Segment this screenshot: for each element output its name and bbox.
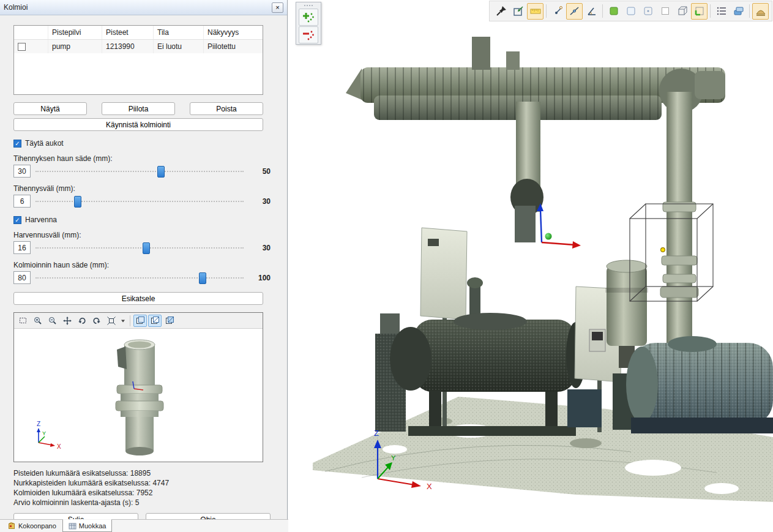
box-thin-icon — [659, 5, 671, 17]
cube-view-button[interactable] — [674, 3, 690, 20]
fill-holes-checkbox[interactable] — [13, 140, 21, 148]
point-cloud-scene[interactable]: Z X Y — [288, 0, 773, 532]
pan-button[interactable] — [61, 315, 74, 327]
thin-label: Harvenna — [25, 215, 57, 224]
snap-angle-button[interactable] — [583, 3, 600, 20]
thin-spacing-value[interactable]: 16 — [13, 241, 31, 254]
zoom-in-button[interactable] — [31, 315, 45, 327]
slider-thumb[interactable] — [143, 242, 150, 254]
show-points-toggle[interactable] — [133, 315, 147, 327]
remove-points-button[interactable] — [299, 26, 318, 43]
pan-icon — [62, 316, 72, 326]
triangulation-radius-label: Kolmioinnin haun säde (mm): — [13, 261, 263, 269]
surface-button[interactable] — [752, 3, 769, 20]
application-window: Kolmioi × Pistepilvi Pisteet Tila Näkyvy… — [0, 0, 773, 532]
dialog-titlebar[interactable]: Kolmioi × — [0, 0, 287, 15]
cell-state: Ei luotu — [154, 40, 204, 53]
assembly-icon — [8, 522, 16, 530]
cell-points: 1213990 — [102, 40, 154, 53]
tab-kokoonpano[interactable]: Kokoonpano — [2, 520, 62, 532]
header-pointcloud: Pistepilvi — [48, 26, 102, 39]
preview-z-label: Z — [37, 421, 40, 427]
densify-spacing-label: Tihennysväli (mm): — [13, 184, 263, 193]
start-triangulation-button[interactable]: Käynnistä kolmiointi — [13, 118, 263, 131]
snap-line-button[interactable] — [566, 3, 583, 20]
table-header-row: Pistepilvi Pisteet Tila Näkyvyys — [14, 26, 263, 40]
densify-spacing-slider[interactable] — [35, 195, 244, 208]
preview-3d-view[interactable]: Z X Y — [14, 329, 263, 462]
close-icon[interactable]: × — [272, 2, 283, 13]
view-dropdown-button[interactable] — [119, 315, 127, 327]
zoom-extents-icon — [106, 316, 116, 326]
capture-region-icon — [512, 5, 525, 17]
tab-muokkaa[interactable]: Muokkaa — [62, 519, 113, 532]
preview-x-label: X — [57, 443, 61, 450]
measure-button[interactable] — [527, 3, 543, 20]
preview-button[interactable]: Esikatsele — [13, 292, 263, 305]
densify-radius-slider[interactable] — [35, 165, 244, 178]
densify-radius-value[interactable]: 30 — [13, 165, 31, 178]
tab-label: Kokoonpano — [18, 522, 56, 530]
table-row[interactable]: pump 1213990 Ei luotu Piilotettu — [14, 40, 263, 53]
header-state: Tila — [154, 26, 204, 39]
row-checkbox[interactable] — [18, 43, 26, 51]
toolbar-grip[interactable] — [296, 2, 321, 8]
add-points-button[interactable] — [299, 9, 318, 26]
select-rect-button[interactable] — [17, 315, 30, 327]
bottom-tabstrip: Kokoonpano Muokkaa — [0, 519, 289, 532]
list-icon — [715, 5, 728, 17]
stat-corner-points: Nurkkapisteiden lukumäärä esikatselussa:… — [13, 478, 263, 488]
origin-axes[interactable] — [537, 203, 581, 249]
x-axis-label: X — [427, 482, 432, 491]
snap-point-button[interactable] — [549, 3, 566, 20]
show-button[interactable]: Näytä — [13, 102, 87, 115]
rotate-ccw-button[interactable] — [75, 315, 89, 327]
ruler-icon — [529, 5, 542, 17]
hide-button[interactable]: Piilota — [102, 102, 175, 115]
show-mesh-toggle[interactable] — [148, 315, 162, 327]
cell-visibility: Piilotettu — [204, 40, 263, 53]
slider-thumb[interactable] — [157, 166, 165, 178]
pin-button[interactable] — [493, 3, 509, 20]
remove-button[interactable]: Poista — [190, 102, 263, 115]
cube-3d-icon — [676, 5, 689, 17]
slider-thumb[interactable] — [199, 272, 206, 284]
section-box-button[interactable] — [691, 3, 708, 20]
rotate-ccw-icon — [77, 316, 87, 326]
thin-checkbox[interactable] — [13, 216, 21, 224]
surface-icon — [755, 5, 767, 17]
y-axis-label: Y — [391, 454, 396, 462]
rotate-cw-button[interactable] — [90, 315, 103, 327]
preview-axes-indicator: Z X Y — [37, 421, 61, 450]
clip-box3-button[interactable] — [657, 3, 673, 20]
triangulate-dialog: Kolmioi × Pistepilvi Pisteet Tila Näkyvy… — [0, 0, 288, 532]
layers-button[interactable] — [730, 3, 747, 20]
show-mesh-icon — [150, 316, 160, 326]
thin-spacing-label: Harvennusväli (mm): — [13, 231, 263, 239]
snap-point-icon — [551, 5, 564, 17]
triangulation-radius-slider[interactable] — [35, 271, 244, 284]
main-3d-viewport[interactable]: Z X Y — [288, 0, 773, 532]
pipe-vertical-center — [510, 102, 543, 242]
thin-spacing-max: 30 — [250, 244, 271, 252]
show-points-icon — [135, 316, 145, 326]
zoom-out-icon — [48, 316, 58, 326]
clip-box2-button[interactable] — [640, 3, 656, 20]
zoom-out-button[interactable] — [46, 315, 59, 327]
snap-line-icon — [569, 5, 581, 17]
toolbar-separator — [710, 4, 711, 18]
zoom-extents-button[interactable] — [105, 315, 118, 327]
preview-pipe-model — [116, 340, 163, 455]
list-button[interactable] — [713, 3, 730, 20]
show-shaded-toggle[interactable] — [163, 315, 176, 327]
slider-thumb[interactable] — [74, 196, 81, 208]
triangulation-radius-max: 100 — [250, 274, 271, 282]
triangulation-radius-value[interactable]: 80 — [13, 271, 31, 284]
clip-box1-button[interactable] — [622, 3, 639, 20]
capture-region-button[interactable] — [510, 3, 526, 20]
stat-points: Pisteiden lukumäärä esikatselussa: 18895 — [13, 468, 263, 478]
thin-spacing-slider[interactable] — [35, 241, 244, 254]
clip-solid-button[interactable] — [605, 3, 622, 20]
densify-spacing-value[interactable]: 6 — [13, 195, 31, 208]
densify-radius-label: Tihennyksen haun säde (mm): — [13, 154, 263, 163]
